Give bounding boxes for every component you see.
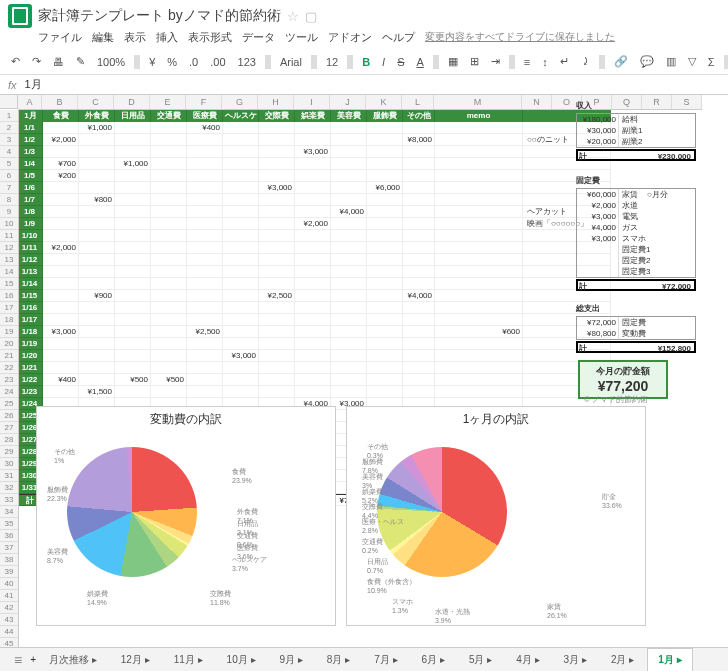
wrap-icon[interactable]: ↵ bbox=[557, 53, 572, 70]
menu-アドオン[interactable]: アドオン bbox=[328, 30, 372, 45]
fx-label: fx bbox=[8, 79, 17, 91]
fill-color-icon[interactable]: ▦ bbox=[445, 53, 461, 70]
header-cell[interactable]: 交通費 bbox=[151, 110, 187, 122]
header-cell[interactable]: 美容費 bbox=[331, 110, 367, 122]
header-cell[interactable]: 交際費 bbox=[259, 110, 295, 122]
savings-value: ¥77,200 bbox=[583, 378, 663, 394]
header-cell[interactable]: その他 bbox=[403, 110, 435, 122]
format-select[interactable]: 123 bbox=[235, 54, 259, 70]
expense-total: ¥152,800 bbox=[588, 343, 694, 351]
dec-up[interactable]: .00 bbox=[207, 54, 228, 70]
menu-挿入[interactable]: 挿入 bbox=[156, 30, 178, 45]
rotate-icon[interactable]: ⤸ bbox=[578, 53, 593, 70]
all-sheets-icon[interactable]: ≡ bbox=[8, 652, 28, 668]
toolbar: ↶ ↷ 🖶 ✎ 100% ¥ % .0 .00 123 Arial 12 B I… bbox=[0, 49, 728, 75]
sheet-tab-7月[interactable]: 7月 ▸ bbox=[363, 648, 408, 672]
star-icon[interactable]: ☆ bbox=[287, 9, 299, 24]
sheet-tab-12月[interactable]: 12月 ▸ bbox=[110, 648, 161, 672]
menu-表示形式[interactable]: 表示形式 bbox=[188, 30, 232, 45]
comment-icon[interactable]: 💬 bbox=[637, 53, 657, 70]
add-sheet-icon[interactable]: + bbox=[30, 654, 36, 665]
menubar: ファイル編集表示挿入表示形式データツールアドオンヘルプ変更内容をすべてドライブに… bbox=[8, 30, 720, 45]
fixed-title: 固定費 bbox=[576, 175, 696, 186]
select-all-corner[interactable] bbox=[0, 95, 18, 109]
sheet-tab-3月[interactable]: 3月 ▸ bbox=[553, 648, 598, 672]
paint-icon[interactable]: ✎ bbox=[73, 53, 88, 70]
menu-表示[interactable]: 表示 bbox=[124, 30, 146, 45]
strike-button[interactable]: S bbox=[394, 54, 407, 70]
redo-icon[interactable]: ↷ bbox=[29, 53, 44, 70]
sheet-tab-6月[interactable]: 6月 ▸ bbox=[411, 648, 456, 672]
filter-icon[interactable]: ▽ bbox=[685, 53, 699, 70]
sheet-tab-10月[interactable]: 10月 ▸ bbox=[216, 648, 267, 672]
sheet-tab-2月[interactable]: 2月 ▸ bbox=[600, 648, 645, 672]
sheet-tab-月次推移[interactable]: 月次推移 ▸ bbox=[38, 648, 108, 672]
italic-button[interactable]: I bbox=[379, 54, 388, 70]
header-cell[interactable]: 医療費 bbox=[187, 110, 223, 122]
link-icon[interactable]: 🔗 bbox=[611, 53, 631, 70]
expense-title: 総支出 bbox=[576, 303, 696, 314]
sheet-tab-5月[interactable]: 5月 ▸ bbox=[458, 648, 503, 672]
font-size[interactable]: 12 bbox=[323, 54, 341, 70]
doc-title[interactable]: 家計簿テンプレート byノマド的節約術 bbox=[38, 7, 281, 25]
zoom-select[interactable]: 100% bbox=[94, 54, 128, 70]
bold-button[interactable]: B bbox=[359, 54, 373, 70]
income-total: ¥230,000 bbox=[588, 151, 694, 159]
sheet-tab-8月[interactable]: 8月 ▸ bbox=[316, 648, 361, 672]
menu-データ[interactable]: データ bbox=[242, 30, 275, 45]
text-color[interactable]: A bbox=[414, 54, 427, 70]
currency-icon[interactable]: ¥ bbox=[146, 54, 158, 70]
credit-text: © ノマド的節約術 bbox=[584, 394, 648, 405]
header-cell[interactable]: memo bbox=[435, 110, 523, 122]
chart-variable-expenses[interactable]: 変動費の内訳 食費23.9%外食費7.1%日用品2.1%交通費0.6%医療費3.… bbox=[36, 406, 336, 626]
chart-monthly-breakdown[interactable]: 1ヶ月の内訳 貯金33.6%家賃26.1%水道・光熱3.9%スマホ1.3%食費（… bbox=[346, 406, 646, 626]
header-cell[interactable]: 食費 bbox=[43, 110, 79, 122]
header-cell[interactable]: 1月 bbox=[19, 110, 43, 122]
sheet-tabs: ≡ + 月次推移 ▸12月 ▸11月 ▸10月 ▸9月 ▸8月 ▸7月 ▸6月 … bbox=[0, 647, 728, 671]
sheets-logo[interactable] bbox=[8, 4, 32, 28]
valign-icon[interactable]: ↕ bbox=[539, 54, 551, 70]
halign-icon[interactable]: ≡ bbox=[521, 54, 533, 70]
menu-編集[interactable]: 編集 bbox=[92, 30, 114, 45]
income-title: 収入 bbox=[576, 100, 696, 111]
percent-icon[interactable]: % bbox=[164, 54, 180, 70]
chart-icon[interactable]: ▥ bbox=[663, 53, 679, 70]
dec-down[interactable]: .0 bbox=[186, 54, 201, 70]
menu-ツール[interactable]: ツール bbox=[285, 30, 318, 45]
functions-icon[interactable]: Σ bbox=[705, 54, 718, 70]
header-cell[interactable]: 娯楽費 bbox=[295, 110, 331, 122]
sheet-tab-11月[interactable]: 11月 ▸ bbox=[163, 648, 214, 672]
sheet-tab-9月[interactable]: 9月 ▸ bbox=[269, 648, 314, 672]
undo-icon[interactable]: ↶ bbox=[8, 53, 23, 70]
merge-icon[interactable]: ⇥ bbox=[488, 53, 503, 70]
print-icon[interactable]: 🖶 bbox=[50, 54, 67, 70]
borders-icon[interactable]: ⊞ bbox=[467, 53, 482, 70]
header-cell[interactable]: 服飾費 bbox=[367, 110, 403, 122]
row-headers[interactable]: 1234567891011121314151617181920212223242… bbox=[0, 110, 19, 671]
menu-ヘルプ[interactable]: ヘルプ bbox=[382, 30, 415, 45]
header-cell[interactable]: 外食費 bbox=[79, 110, 115, 122]
fx-input[interactable]: 1月 bbox=[25, 77, 42, 92]
header-cell[interactable]: 日用品 bbox=[115, 110, 151, 122]
font-select[interactable]: Arial bbox=[277, 54, 305, 70]
save-status: 変更内容をすべてドライブに保存しました bbox=[425, 30, 615, 45]
folder-icon[interactable]: ▢ bbox=[305, 9, 317, 24]
header-cell[interactable]: ヘルスケア bbox=[223, 110, 259, 122]
fixed-total: ¥72,000 bbox=[588, 281, 694, 289]
sheet-tab-1月[interactable]: 1月 ▸ bbox=[647, 648, 692, 672]
sheet-tab-4月[interactable]: 4月 ▸ bbox=[505, 648, 550, 672]
menu-ファイル[interactable]: ファイル bbox=[38, 30, 82, 45]
